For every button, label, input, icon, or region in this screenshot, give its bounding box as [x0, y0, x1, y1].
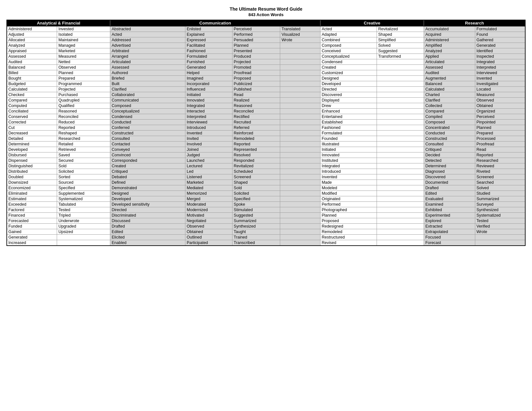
table-row: Reshaped: [57, 131, 110, 136]
table-row: Explained: [185, 32, 232, 37]
table-row: [377, 131, 424, 136]
table-row: Addressed: [110, 37, 185, 43]
table-row: Established: [320, 120, 377, 125]
table-row: Constructed: [424, 136, 475, 142]
table-row: Interpreted: [185, 114, 232, 120]
table-row: Systematized: [475, 213, 525, 218]
table-row: Spoke: [232, 202, 280, 207]
table-row: [377, 109, 424, 114]
table-row: Upgraded: [57, 224, 110, 229]
table-row: Bought: [7, 76, 57, 81]
table-row: Administered: [424, 37, 475, 43]
table-row: [377, 136, 424, 142]
table-row: Built: [110, 81, 185, 87]
table-row: Summarized: [232, 218, 280, 224]
table-row: Adapted: [320, 32, 377, 37]
table-row: Revised: [320, 240, 377, 246]
table-row: Originated: [320, 196, 377, 202]
table-row: Facilitated: [185, 43, 232, 48]
table-row: Performed: [232, 32, 280, 37]
table-row: Created: [320, 65, 377, 70]
table-row: Reinforced: [232, 131, 280, 136]
table-row: Introduced: [320, 169, 377, 174]
table-row: Lectured: [185, 163, 232, 169]
table-row: Proposed: [320, 218, 377, 224]
table-row: Initiated: [185, 92, 232, 98]
table-row: Wrote: [475, 229, 525, 235]
table-row: [280, 131, 320, 136]
table-row: Supplemented: [57, 191, 110, 196]
table-row: Exhibited: [424, 207, 475, 213]
table-row: [280, 240, 320, 246]
table-row: Composed: [110, 103, 185, 109]
table-row: Applied: [424, 54, 475, 59]
table-row: Published: [232, 87, 280, 92]
table-row: [280, 136, 320, 142]
table-row: Resolved: [232, 152, 280, 158]
table-row: Analyzed: [7, 43, 57, 48]
table-row: Transcribed: [232, 240, 280, 246]
table-row: [280, 207, 320, 213]
table-row: Conciliated: [7, 109, 57, 114]
table-row: Developed sensitivity: [110, 202, 185, 207]
table-row: Simplified: [377, 37, 424, 43]
table-row: [280, 120, 320, 125]
table-row: Charted: [424, 92, 475, 98]
table-row: Customized: [320, 70, 377, 76]
table-row: Purchased: [57, 92, 110, 98]
table-row: Explored: [424, 218, 475, 224]
table-row: Combined: [320, 37, 377, 43]
table-row: Researched: [475, 158, 525, 163]
table-row: Experimented: [424, 213, 475, 218]
table-row: Shaped: [377, 32, 424, 37]
table-row: Appraised: [7, 48, 57, 54]
table-row: [377, 229, 424, 235]
table-row: Conserved: [7, 114, 57, 120]
table-row: Determined: [424, 163, 475, 169]
table-row: [280, 147, 320, 152]
table-row: Underwrote: [57, 218, 110, 224]
table-row: Conveyed: [110, 147, 185, 152]
table-row: Led: [185, 169, 232, 174]
table-row: Condensed: [320, 59, 377, 65]
table-row: Synthesized: [475, 207, 525, 213]
table-row: Proofread: [475, 142, 525, 147]
table-row: Taught: [232, 229, 280, 235]
table-row: Investigated: [475, 81, 525, 87]
table-row: Balanced: [7, 65, 57, 70]
table-row: Redesigned: [320, 224, 377, 229]
table-row: Directed: [110, 207, 185, 213]
table-row: Reconciled: [57, 114, 110, 120]
table-row: Revitalized: [377, 26, 424, 32]
table-row: [280, 76, 320, 81]
table-row: Illustrated: [320, 142, 377, 147]
table-row: [377, 120, 424, 125]
table-row: [377, 103, 424, 109]
table-row: Specified: [232, 196, 280, 202]
table-row: [475, 240, 525, 246]
table-row: [377, 174, 424, 180]
table-row: Developed: [7, 147, 57, 152]
table-row: Remodeled: [232, 136, 280, 142]
table-row: Furnished: [185, 59, 232, 65]
table-row: Downsized: [7, 180, 57, 185]
table-row: Augmented: [424, 76, 475, 81]
table-row: Communicated: [110, 98, 185, 103]
table-row: Modeled: [320, 185, 377, 191]
table-row: Articulated: [424, 59, 475, 65]
table-row: Reported: [232, 142, 280, 147]
table-row: [280, 152, 320, 158]
table-row: [377, 202, 424, 207]
table-row: Rectified: [232, 114, 280, 120]
table-row: Generated: [475, 43, 525, 48]
table-row: Mediated: [185, 185, 232, 191]
table-row: Distributed: [7, 169, 57, 174]
table-row: [377, 158, 424, 163]
table-row: Acquired: [424, 32, 475, 37]
table-row: Shaped: [232, 180, 280, 185]
table-row: Distinguished: [7, 163, 57, 169]
table-row: Revitalized: [232, 163, 280, 169]
page-title: The Ultimate Resume Word Guide: [6, 6, 526, 12]
table-row: Discriminated: [110, 213, 185, 218]
table-row: [377, 114, 424, 120]
